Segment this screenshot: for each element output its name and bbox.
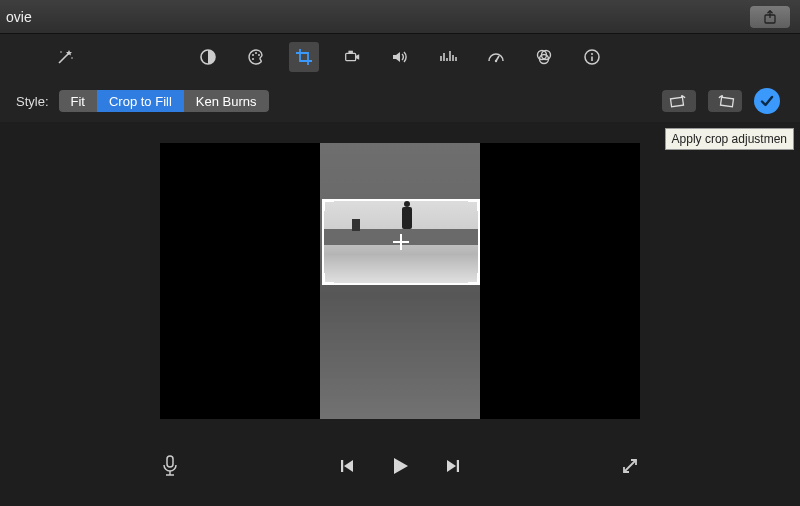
overlap-circles-icon [534, 47, 554, 67]
crop-handle-bl[interactable] [322, 273, 334, 285]
palette-icon [246, 47, 266, 67]
svg-point-6 [252, 54, 254, 56]
crop-selection[interactable] [324, 201, 478, 283]
crop-center-crosshair [393, 234, 409, 250]
svg-point-9 [252, 58, 254, 60]
rotate-ccw-icon [669, 94, 689, 108]
svg-rect-32 [457, 460, 459, 472]
camera-icon [343, 48, 361, 66]
half-circle-icon [198, 47, 218, 67]
gauge-icon [486, 47, 506, 67]
magic-wand-button[interactable] [50, 42, 80, 72]
noise-reduction-button[interactable] [433, 42, 463, 72]
transport-bar [0, 446, 800, 486]
volume-button[interactable] [385, 42, 415, 72]
fullscreen-button[interactable] [616, 452, 644, 480]
svg-point-19 [495, 60, 497, 62]
filters-button[interactable] [529, 42, 559, 72]
style-fit-button[interactable]: Fit [59, 90, 97, 112]
svg-rect-26 [671, 97, 684, 107]
style-ken-burns-button[interactable]: Ken Burns [184, 90, 269, 112]
expand-icon [621, 457, 639, 475]
svg-line-33 [624, 460, 636, 472]
color-balance-button[interactable] [193, 42, 223, 72]
next-button[interactable] [438, 452, 466, 480]
svg-point-3 [60, 51, 62, 53]
svg-point-7 [255, 52, 257, 54]
svg-rect-27 [721, 97, 734, 107]
video-frame[interactable] [160, 143, 640, 419]
voiceover-record-button[interactable] [156, 452, 184, 480]
apply-crop-button[interactable] [754, 88, 780, 114]
mic-icon [161, 455, 179, 477]
color-correction-button[interactable] [241, 42, 271, 72]
share-icon [763, 10, 777, 24]
svg-point-8 [258, 54, 260, 56]
style-crop-to-fill-button[interactable]: Crop to Fill [97, 90, 184, 112]
svg-rect-10 [346, 53, 356, 60]
info-icon [582, 47, 602, 67]
equalizer-icon [438, 47, 458, 67]
stabilization-button[interactable] [337, 42, 367, 72]
svg-point-4 [71, 57, 73, 59]
app-window: ovie [0, 0, 800, 506]
rotate-cw-button[interactable] [708, 90, 742, 112]
crop-handle-tl[interactable] [322, 199, 334, 211]
prev-button[interactable] [334, 452, 362, 480]
crop-button[interactable] [289, 42, 319, 72]
rotate-ccw-button[interactable] [662, 90, 696, 112]
crop-style-segment: Fit Crop to Fill Ken Burns [59, 90, 269, 112]
titlebar: ovie [0, 0, 800, 34]
svg-rect-11 [348, 51, 353, 54]
window-title: ovie [6, 9, 32, 25]
skip-forward-icon [443, 457, 461, 475]
crop-handle-br[interactable] [468, 273, 480, 285]
check-icon [759, 93, 775, 109]
crop-icon [294, 47, 314, 67]
share-button[interactable] [750, 6, 790, 28]
info-button[interactable] [577, 42, 607, 72]
speaker-icon [390, 47, 410, 67]
play-button[interactable] [386, 452, 414, 480]
wand-icon [55, 47, 75, 67]
svg-rect-31 [341, 460, 343, 472]
skip-back-icon [339, 457, 357, 475]
crop-style-bar: Style: Fit Crop to Fill Ken Burns [0, 80, 800, 122]
preview-area [0, 122, 800, 440]
svg-point-24 [591, 53, 593, 55]
speed-button[interactable] [481, 42, 511, 72]
adjust-toolbar [0, 34, 800, 80]
rotate-cw-icon [715, 94, 735, 108]
crop-right-controls [662, 88, 780, 114]
svg-rect-28 [167, 456, 173, 467]
crop-handle-tr[interactable] [468, 199, 480, 211]
play-icon [388, 454, 412, 478]
style-label: Style: [16, 94, 49, 109]
